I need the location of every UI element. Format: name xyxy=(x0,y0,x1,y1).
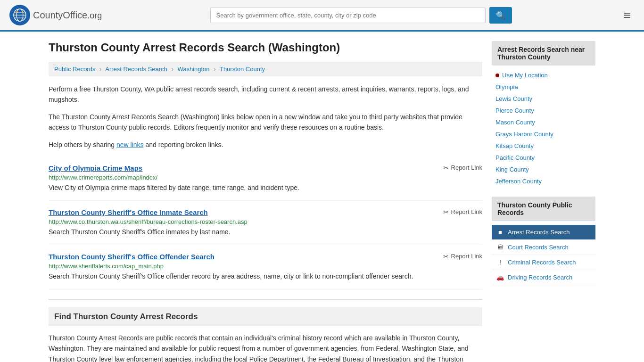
breadcrumb-washington[interactable]: Washington xyxy=(177,66,209,73)
find-section-description: Thurston County Arrest Records are publi… xyxy=(49,333,482,362)
sidebar-link-king-county[interactable]: King County xyxy=(492,164,595,175)
logo-text[interactable]: CountyOffice.org xyxy=(33,10,102,21)
new-links-link[interactable]: new links xyxy=(116,141,144,148)
result-header-2: Thurston County Sheriff's Office Inmate … xyxy=(49,208,482,216)
sidebar-link-kitsap-county[interactable]: Kitsap County xyxy=(492,140,595,152)
location-dot-icon xyxy=(495,74,499,77)
result-item-3: Thurston County Sheriff's Office Offende… xyxy=(49,245,482,289)
description-paragraph-1: Perform a free Thurston County, WA publi… xyxy=(49,84,482,105)
sidebar-link-pierce-county[interactable]: Pierce County xyxy=(492,105,595,116)
driving-records-icon: 🚗 xyxy=(496,274,504,281)
sidebar-link-jefferson-county[interactable]: Jefferson County xyxy=(492,175,595,187)
main-container: Thurston County Arrest Records Search (W… xyxy=(39,32,605,362)
result-desc-2: Search Thurston County Sheriff's Office … xyxy=(49,227,482,237)
result-desc-1: View City of Olympia crime maps filtered… xyxy=(49,183,482,193)
breadcrumb: Public Records › Arrest Records Search ›… xyxy=(49,62,482,76)
logo-icon xyxy=(9,5,30,25)
result-title-3[interactable]: Thurston County Sheriff's Office Offende… xyxy=(49,253,215,261)
sidebar: Arrest Records Search near Thurston Coun… xyxy=(492,41,595,362)
result-header-3: Thurston County Sheriff's Office Offende… xyxy=(49,253,482,261)
result-item-2: Thurston County Sheriff's Office Inmate … xyxy=(49,201,482,245)
result-title-1[interactable]: City of Olympia Crime Maps xyxy=(49,164,142,172)
sidebar-link-pacific-county[interactable]: Pacific County xyxy=(492,152,595,164)
search-bar-area: 🔍 xyxy=(210,7,512,24)
menu-button[interactable]: ≡ xyxy=(620,6,635,25)
breadcrumb-thurston-county[interactable]: Thurston County xyxy=(220,66,265,73)
report-link-button-1[interactable]: ✂ Report Link xyxy=(443,164,482,172)
description-paragraph-2: The Thurston County Arrest Records Searc… xyxy=(49,112,482,133)
content-area: Thurston County Arrest Records Search (W… xyxy=(49,41,482,362)
sidebar-link-grays-harbor-county[interactable]: Grays Harbor County xyxy=(492,128,595,140)
result-title-2[interactable]: Thurston County Sheriff's Office Inmate … xyxy=(49,208,208,216)
report-link-button-2[interactable]: ✂ Report Link xyxy=(443,208,482,216)
sidebar-arrest-records-search[interactable]: ■ Arrest Records Search xyxy=(492,225,595,240)
sidebar-public-records-title: Thurston County Public Records xyxy=(492,197,595,221)
sidebar-court-records-search[interactable]: 🏛 Court Records Search xyxy=(492,240,595,255)
svg-point-5 xyxy=(16,11,18,13)
scissors-icon-3: ✂ xyxy=(443,253,449,260)
sidebar-link-olympia[interactable]: Olympia xyxy=(492,81,595,93)
sidebar-use-my-location[interactable]: Use My Location xyxy=(492,69,595,81)
result-item-1: City of Olympia Crime Maps ✂ Report Link… xyxy=(49,156,482,201)
logo-area: CountyOffice.org xyxy=(9,5,102,25)
result-url-3: http://www.sheriffalerts.com/cap_main.ph… xyxy=(49,263,482,270)
search-button[interactable]: 🔍 xyxy=(489,7,512,24)
sidebar-link-lewis-county[interactable]: Lewis County xyxy=(492,93,595,105)
result-desc-3: Search Thurston County Sheriff's Office … xyxy=(49,272,482,281)
scissors-icon-1: ✂ xyxy=(443,164,449,172)
header: CountyOffice.org 🔍 ≡ xyxy=(0,0,644,32)
page-title: Thurston County Arrest Records Search (W… xyxy=(49,41,482,54)
criminal-records-icon: ! xyxy=(496,259,504,266)
court-records-icon: 🏛 xyxy=(496,244,504,251)
svg-point-6 xyxy=(22,12,24,13)
result-url-2: http://www.co.thurston.wa.us/sheriff/bur… xyxy=(49,218,482,225)
sidebar-public-records: Thurston County Public Records ■ Arrest … xyxy=(492,197,595,285)
breadcrumb-public-records[interactable]: Public Records xyxy=(54,66,95,73)
sidebar-criminal-records-search[interactable]: ! Criminal Records Search xyxy=(492,255,595,270)
description-paragraph-3: Help others by sharing new links and rep… xyxy=(49,140,482,150)
sidebar-link-mason-county[interactable]: Mason County xyxy=(492,116,595,128)
find-section: Find Thurston County Arrest Records Thur… xyxy=(49,299,482,362)
scissors-icon-2: ✂ xyxy=(443,208,449,216)
find-section-title: Find Thurston County Arrest Records xyxy=(49,307,482,326)
result-url-1: http://www.crimereports.com/map/index/ xyxy=(49,174,482,181)
report-link-button-3[interactable]: ✂ Report Link xyxy=(443,253,482,260)
search-input[interactable] xyxy=(210,8,486,23)
breadcrumb-arrest-records[interactable]: Arrest Records Search xyxy=(105,66,167,73)
sidebar-nearby-title: Arrest Records Search near Thurston Coun… xyxy=(492,41,595,66)
arrest-records-icon: ■ xyxy=(496,229,504,236)
result-header-1: City of Olympia Crime Maps ✂ Report Link xyxy=(49,164,482,172)
sidebar-nearby: Arrest Records Search near Thurston Coun… xyxy=(492,41,595,187)
sidebar-driving-records-search[interactable]: 🚗 Driving Records Search xyxy=(492,270,595,285)
